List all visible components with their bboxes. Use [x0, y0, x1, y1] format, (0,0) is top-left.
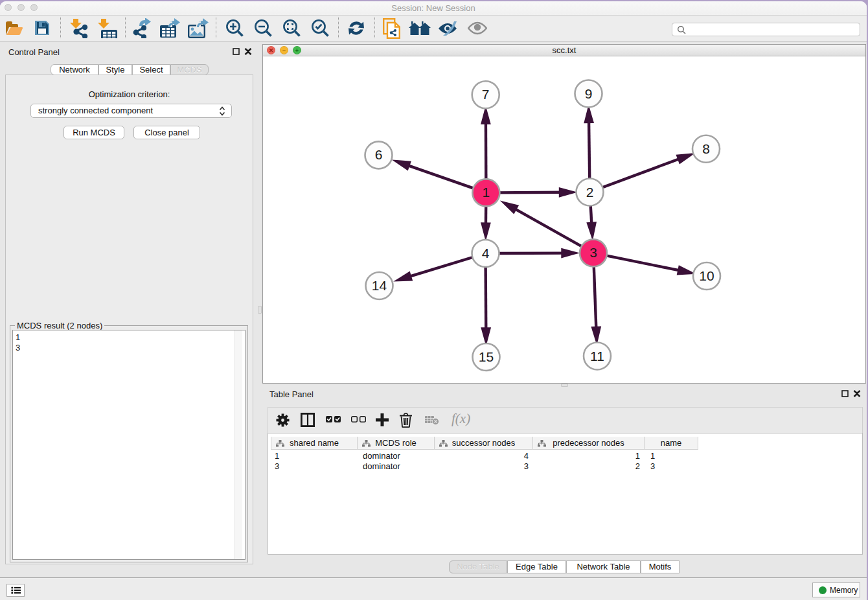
svg-text:10: 10 — [699, 268, 714, 283]
svg-text:14: 14 — [372, 278, 387, 293]
svg-text:4: 4 — [482, 246, 490, 260]
svg-text:6: 6 — [375, 147, 383, 162]
svg-text:15: 15 — [479, 349, 494, 364]
svg-text:3: 3 — [589, 245, 597, 260]
svg-text:9: 9 — [585, 86, 593, 101]
svg-text:11: 11 — [590, 349, 604, 363]
svg-text:8: 8 — [702, 141, 710, 156]
svg-text:2: 2 — [586, 185, 594, 200]
svg-text:1: 1 — [483, 185, 490, 200]
svg-text:7: 7 — [482, 87, 490, 102]
